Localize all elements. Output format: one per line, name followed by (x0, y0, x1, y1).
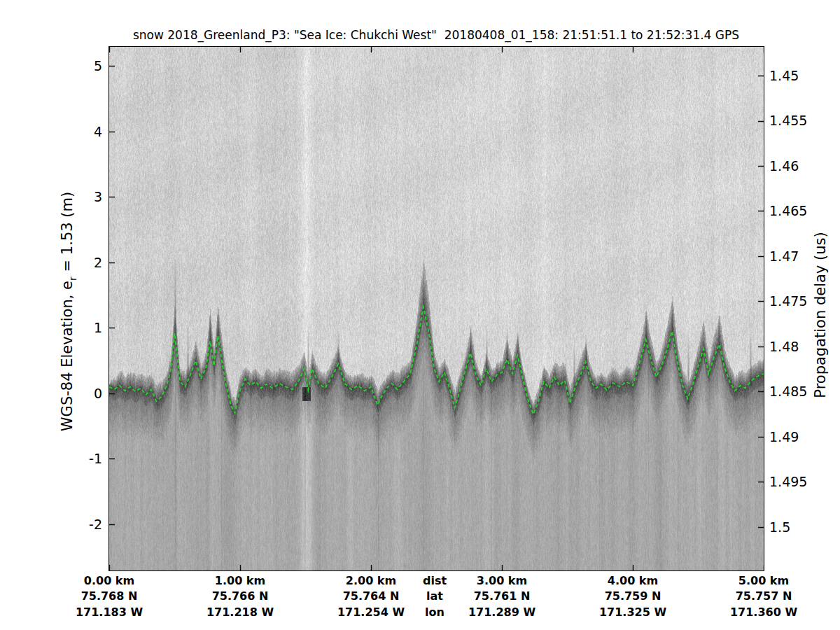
x-tick-lat: 75.768 N (64, 589, 155, 604)
x-tick-group: 4.00 km 75.759 N 171.325 W (587, 573, 678, 620)
y-right-tick-label: 1.45 (769, 68, 832, 83)
y-right-tick-label: 1.475 (769, 293, 832, 309)
x-tick-distance: 1.00 km (195, 573, 286, 589)
y-right-tick-label: 1.5 (769, 519, 832, 535)
y-right-tick-label: 1.465 (769, 203, 832, 218)
x-tick-lat: 75.757 N (718, 589, 809, 604)
y-left-tick-label: 0 (46, 386, 102, 401)
y-right-tick-label: 1.495 (769, 474, 832, 489)
y-left-tick-label: 2 (46, 255, 102, 270)
x-tick-lat: 75.761 N (456, 589, 547, 604)
y-left-tick-label: 5 (46, 58, 102, 74)
x-tick-distance: 3.00 km (456, 573, 547, 589)
y-left-label-text: WGS-84 Elevation, e (59, 281, 76, 431)
x-tick-lon: 171.183 W (64, 605, 155, 620)
y-right-tick-label: 1.49 (769, 429, 832, 444)
x-tick-lon: 171.218 W (195, 605, 286, 620)
x-tick-lat: 75.766 N (195, 589, 286, 604)
y-left-tick-label: 4 (46, 124, 102, 139)
echogram-figure: snow 2018_Greenland_P3: "Sea Ice: Chukch… (0, 0, 840, 630)
x-tick-group: 0.00 km 75.768 N 171.183 W (64, 573, 155, 620)
x-tick-group: 1.00 km 75.766 N 171.218 W (195, 573, 286, 620)
y-left-tick-label: 3 (46, 189, 102, 204)
y-left-label-subscript: r (67, 276, 78, 281)
plot-title: snow 2018_Greenland_P3: "Sea Ice: Chukch… (16, 28, 840, 42)
x-tick-distance: 5.00 km (718, 573, 809, 589)
y-right-tick-label: 1.48 (769, 339, 832, 354)
y-left-tick-label: 1 (46, 320, 102, 335)
x-tick-lon: 171.325 W (587, 605, 678, 620)
x-tick-group: 3.00 km 75.761 N 171.289 W (456, 573, 547, 620)
x-tick-distance: 0.00 km (64, 573, 155, 589)
x-tick-distance: 4.00 km (587, 573, 678, 589)
x-tick-lon: 171.289 W (456, 605, 547, 620)
y-right-tick-label: 1.485 (769, 384, 832, 399)
y-right-tick-label: 1.46 (769, 158, 832, 174)
y-left-tick-label: -1 (46, 451, 102, 466)
y-left-tick-label: -2 (46, 517, 102, 532)
x-tick-lon: 171.360 W (718, 605, 809, 620)
y-right-tick-label: 1.455 (769, 113, 832, 128)
echogram-plot-area (108, 46, 764, 571)
y-right-tick-label: 1.47 (769, 248, 832, 264)
echogram-canvas (109, 47, 764, 570)
x-tick-group: 5.00 km 75.757 N 171.360 W (718, 573, 809, 620)
x-tick-lat: 75.759 N (587, 589, 678, 604)
